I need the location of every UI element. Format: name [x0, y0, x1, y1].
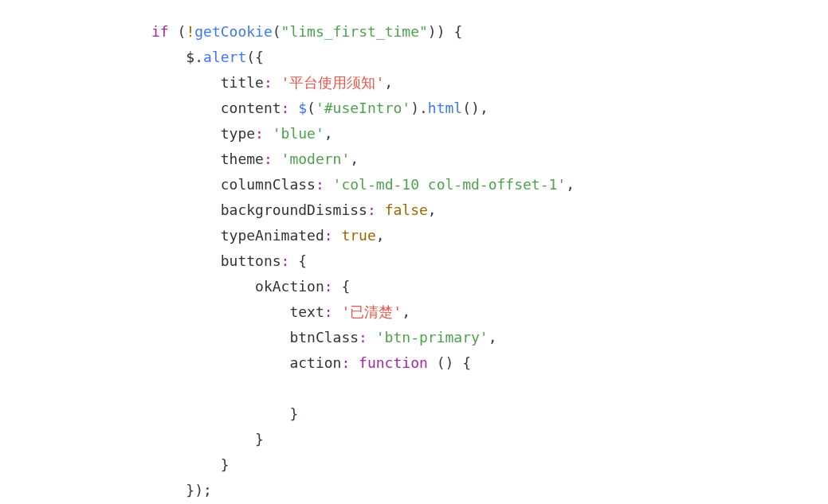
brace-close: } — [289, 405, 298, 422]
key-backgroundDismiss: backgroundDismiss — [221, 201, 367, 218]
colon: : — [367, 201, 376, 218]
paren-open: ( — [307, 100, 316, 116]
string-ok-text: '已清楚' — [341, 303, 402, 320]
string-modern: 'modern' — [281, 150, 351, 167]
comma: , — [489, 329, 497, 346]
paren-open: ( — [246, 49, 255, 65]
key-theme: theme — [221, 150, 264, 167]
fn-alert: alert — [203, 49, 246, 65]
keyword-function: function — [359, 354, 428, 371]
brace-open: { — [255, 49, 264, 65]
key-columnClass: columnClass — [221, 176, 316, 193]
paren-close: ) — [445, 354, 454, 371]
paren-open: ( — [178, 23, 186, 40]
key-text: text — [289, 303, 324, 320]
fn-dollar: $ — [298, 100, 307, 116]
brace-close: } — [221, 456, 230, 473]
key-action: action — [289, 354, 341, 371]
colon: : — [341, 354, 350, 371]
brace-open: { — [462, 354, 471, 371]
paren-open: ( — [437, 354, 445, 371]
key-buttons: buttons — [221, 252, 281, 269]
colon: : — [281, 100, 290, 116]
key-btnClass: btnClass — [289, 329, 359, 346]
string-btn-primary: 'btn-primary' — [376, 329, 489, 346]
key-type: type — [221, 125, 255, 142]
brace-open: { — [298, 252, 307, 269]
colon: : — [359, 329, 367, 346]
semicolon: ; — [203, 482, 212, 498]
dot: . — [194, 49, 203, 65]
bool-false: false — [385, 201, 428, 218]
paren-close: ) — [194, 482, 203, 498]
string-col-class: 'col-md-10 col-md-offset-1' — [333, 176, 567, 193]
paren-open: ( — [273, 23, 281, 40]
paren-close: ) — [437, 23, 445, 40]
fn-getCookie: getCookie — [194, 23, 273, 40]
comma: , — [480, 100, 489, 116]
key-typeAnimated: typeAnimated — [221, 227, 324, 244]
jquery-identifier: $ — [186, 49, 194, 65]
comma: , — [324, 125, 333, 142]
code-block: if (!getCookie("lims_first_time")) { $.a… — [0, 0, 828, 503]
colon: : — [281, 252, 290, 269]
key-content: content — [221, 100, 281, 116]
key-title: title — [221, 74, 264, 91]
string-blue: 'blue' — [273, 125, 324, 142]
comma: , — [428, 201, 437, 218]
comma: , — [402, 303, 410, 320]
paren-open: ( — [462, 100, 471, 116]
paren-close: ) — [428, 23, 437, 40]
comma: , — [376, 227, 385, 244]
keyword-if: if — [151, 23, 169, 40]
colon: : — [324, 278, 333, 295]
colon: : — [316, 176, 324, 193]
brace-open: { — [341, 278, 350, 295]
brace-close: } — [186, 482, 194, 498]
brace-open: { — [453, 23, 462, 40]
dot: . — [419, 100, 428, 116]
bool-true: true — [341, 227, 375, 244]
key-okAction: okAction — [255, 278, 324, 295]
comma: , — [566, 176, 575, 193]
fn-html: html — [428, 100, 462, 116]
colon: : — [264, 74, 273, 91]
paren-close: ) — [471, 100, 480, 116]
colon: : — [324, 303, 333, 320]
comma: , — [384, 74, 393, 91]
operator-not: ! — [186, 23, 194, 40]
brace-close: } — [255, 431, 264, 447]
string-cookie-name: "lims_first_time" — [281, 23, 428, 40]
colon: : — [264, 150, 273, 167]
paren-close: ) — [410, 100, 419, 116]
string-useIntro-selector: '#useIntro' — [316, 100, 410, 116]
comma: , — [350, 150, 359, 167]
colon: : — [255, 125, 264, 142]
string-title: '平台使用须知' — [281, 74, 385, 91]
colon: : — [324, 227, 333, 244]
